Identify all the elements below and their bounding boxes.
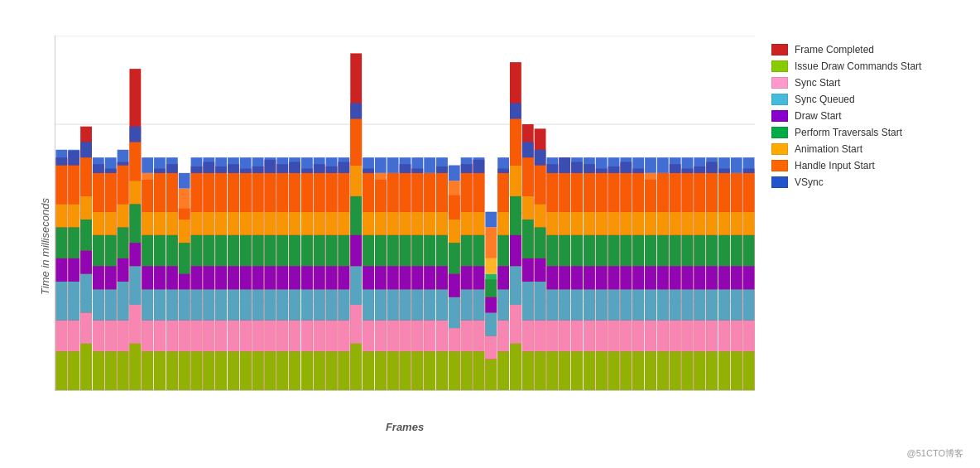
svg-rect-277 (411, 211, 423, 234)
svg-rect-216 (326, 157, 338, 173)
svg-rect-241 (363, 211, 374, 234)
svg-rect-51 (105, 234, 117, 265)
svg-rect-287 (424, 172, 435, 211)
svg-rect-499 (718, 289, 730, 320)
svg-rect-233 (350, 118, 362, 165)
svg-rect-65 (129, 343, 141, 389)
svg-rect-403 (584, 211, 595, 234)
legend-label: Frame Completed (795, 44, 874, 55)
svg-rect-69 (129, 204, 141, 243)
svg-rect-176 (276, 266, 288, 289)
svg-rect-434 (632, 351, 644, 390)
svg-rect-385 (559, 211, 570, 234)
svg-rect-32 (80, 250, 92, 273)
svg-rect-67 (129, 266, 141, 305)
svg-rect-167 (265, 266, 276, 289)
svg-rect-425 (620, 351, 632, 390)
svg-rect-342 (497, 157, 509, 173)
svg-rect-93 (166, 320, 178, 350)
svg-rect-344 (510, 343, 521, 389)
svg-rect-156 (252, 320, 264, 350)
svg-rect-335 (497, 351, 509, 390)
svg-rect-148 (240, 289, 252, 320)
svg-rect-347 (510, 234, 521, 265)
svg-rect-187 (289, 211, 300, 234)
svg-rect-359 (522, 157, 534, 196)
svg-rect-426 (620, 320, 632, 350)
svg-rect-214 (326, 211, 338, 234)
svg-rect-351 (510, 103, 521, 118)
svg-rect-513 (731, 157, 742, 173)
svg-rect-331 (485, 258, 497, 273)
svg-rect-474 (682, 234, 694, 265)
svg-rect-192 (301, 320, 313, 350)
svg-rect-223 (338, 211, 349, 234)
svg-rect-126 (203, 157, 214, 173)
svg-rect-264 (400, 320, 411, 350)
svg-rect-515 (743, 351, 755, 390)
svg-rect-166 (265, 289, 276, 320)
svg-rect-407 (596, 351, 608, 390)
svg-rect-416 (608, 351, 620, 390)
svg-rect-481 (694, 289, 705, 320)
legend-label: VSync (795, 176, 824, 188)
svg-rect-35 (80, 157, 92, 196)
legend-swatch (771, 60, 788, 72)
svg-rect-291 (436, 320, 448, 350)
svg-rect-336 (497, 320, 509, 350)
svg-rect-33 (80, 220, 92, 250)
svg-rect-405 (584, 157, 595, 173)
svg-rect-463 (670, 289, 681, 320)
svg-rect-295 (436, 211, 448, 234)
svg-rect-401 (584, 266, 595, 289)
svg-rect-448 (645, 211, 656, 234)
svg-rect-124 (203, 211, 214, 234)
svg-rect-297 (436, 157, 448, 173)
svg-rect-108 (179, 172, 190, 188)
svg-rect-409 (596, 289, 608, 320)
svg-rect-413 (596, 172, 608, 211)
svg-rect-213 (326, 234, 338, 265)
svg-rect-281 (424, 351, 435, 390)
svg-rect-29 (80, 343, 92, 389)
svg-rect-402 (584, 234, 595, 265)
svg-rect-367 (535, 204, 546, 227)
svg-rect-378 (546, 157, 558, 173)
svg-rect-386 (559, 172, 570, 211)
svg-rect-182 (289, 351, 300, 390)
svg-rect-175 (276, 289, 288, 320)
svg-rect-107 (179, 188, 190, 219)
svg-rect-232 (350, 165, 362, 195)
svg-rect-330 (485, 273, 497, 297)
svg-rect-41 (93, 266, 104, 289)
svg-rect-219 (338, 320, 349, 350)
svg-rect-24 (68, 227, 79, 258)
svg-rect-80 (142, 172, 153, 211)
legend-swatch (771, 110, 788, 122)
svg-rect-71 (129, 142, 141, 181)
svg-rect-266 (400, 266, 411, 289)
svg-rect-101 (179, 351, 190, 390)
svg-rect-268 (400, 211, 411, 234)
svg-rect-327 (485, 335, 497, 359)
svg-rect-390 (571, 320, 583, 350)
svg-rect-273 (411, 320, 423, 350)
svg-rect-155 (252, 351, 264, 390)
svg-rect-437 (632, 266, 644, 289)
legend-swatch (771, 127, 788, 138)
svg-rect-56 (118, 351, 129, 390)
svg-rect-30 (80, 312, 92, 343)
svg-rect-283 (424, 289, 435, 320)
chart-and-legend: 0481216 Frames Frame CompletedIssue Draw… (55, 36, 945, 433)
svg-rect-438 (632, 234, 644, 265)
svg-rect-315 (461, 157, 473, 173)
svg-rect-143 (228, 172, 239, 211)
svg-rect-292 (436, 289, 448, 320)
svg-rect-164 (265, 351, 276, 390)
svg-rect-13 (56, 281, 68, 320)
svg-rect-128 (215, 351, 227, 390)
svg-rect-391 (571, 289, 583, 320)
svg-rect-362 (535, 351, 546, 390)
svg-rect-511 (731, 211, 742, 234)
svg-rect-169 (265, 211, 276, 234)
